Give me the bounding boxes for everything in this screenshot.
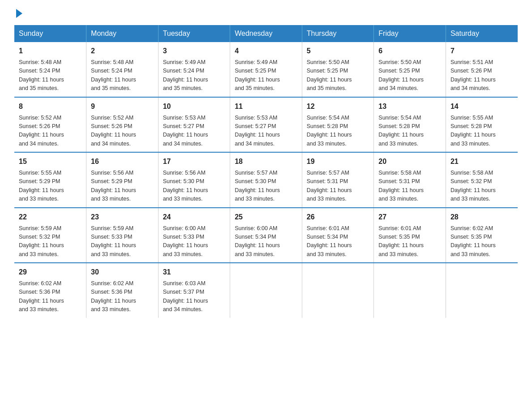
calendar-cell: 2 Sunrise: 5:48 AM Sunset: 5:24 PM Dayli… [86,42,159,97]
calendar-cell: 7 Sunrise: 5:51 AM Sunset: 5:26 PM Dayli… [446,42,518,97]
day-info: Sunrise: 5:53 AM Sunset: 5:27 PM Dayligh… [163,114,226,149]
calendar-cell: 17 Sunrise: 5:56 AM Sunset: 5:30 PM Dayl… [158,152,230,208]
day-info: Sunrise: 5:58 AM Sunset: 5:32 PM Dayligh… [450,169,513,204]
day-info: Sunrise: 6:03 AM Sunset: 5:37 PM Dayligh… [163,279,226,314]
day-number: 12 [307,101,369,112]
day-number: 15 [19,156,82,167]
day-number: 10 [163,101,226,112]
day-number: 25 [235,212,297,223]
day-number: 30 [91,267,154,278]
calendar-cell: 5 Sunrise: 5:50 AM Sunset: 5:25 PM Dayli… [302,42,374,97]
day-number: 16 [91,156,154,167]
weekday-header-tuesday: Tuesday [158,25,230,42]
calendar-cell [230,263,302,318]
calendar-cell: 13 Sunrise: 5:54 AM Sunset: 5:28 PM Dayl… [374,97,446,153]
day-info: Sunrise: 6:01 AM Sunset: 5:34 PM Dayligh… [307,224,369,259]
day-number: 22 [19,212,82,223]
day-info: Sunrise: 5:48 AM Sunset: 5:24 PM Dayligh… [91,58,154,93]
calendar-cell: 12 Sunrise: 5:54 AM Sunset: 5:28 PM Dayl… [302,97,374,153]
calendar-cell: 16 Sunrise: 5:56 AM Sunset: 5:29 PM Dayl… [86,152,159,208]
calendar-cell: 19 Sunrise: 5:57 AM Sunset: 5:31 PM Dayl… [302,152,374,208]
day-number: 31 [163,267,226,278]
day-info: Sunrise: 6:00 AM Sunset: 5:34 PM Dayligh… [235,224,297,259]
calendar-cell: 3 Sunrise: 5:49 AM Sunset: 5:24 PM Dayli… [158,42,230,97]
day-number: 26 [307,212,369,223]
calendar-cell: 6 Sunrise: 5:50 AM Sunset: 5:25 PM Dayli… [374,42,446,97]
calendar-cell [374,263,446,318]
week-row-3: 15 Sunrise: 5:55 AM Sunset: 5:29 PM Dayl… [14,152,518,208]
calendar-cell: 21 Sunrise: 5:58 AM Sunset: 5:32 PM Dayl… [446,152,518,208]
weekday-header-wednesday: Wednesday [230,25,302,42]
week-row-2: 8 Sunrise: 5:52 AM Sunset: 5:26 PM Dayli… [14,97,518,153]
day-number: 1 [19,46,82,56]
weekday-header-friday: Friday [374,25,446,42]
day-info: Sunrise: 5:55 AM Sunset: 5:28 PM Dayligh… [450,114,513,149]
day-info: Sunrise: 6:00 AM Sunset: 5:33 PM Dayligh… [163,224,226,259]
calendar-cell [446,263,518,318]
weekday-header-saturday: Saturday [446,25,518,42]
day-info: Sunrise: 5:52 AM Sunset: 5:26 PM Dayligh… [19,114,82,149]
weekday-header-monday: Monday [86,25,159,42]
day-number: 4 [235,46,297,56]
day-info: Sunrise: 5:53 AM Sunset: 5:27 PM Dayligh… [235,114,297,149]
day-number: 3 [163,46,226,56]
day-number: 8 [19,101,82,112]
calendar-cell: 23 Sunrise: 5:59 AM Sunset: 5:33 PM Dayl… [86,208,159,263]
day-number: 20 [378,156,441,167]
day-info: Sunrise: 5:59 AM Sunset: 5:33 PM Dayligh… [91,224,154,259]
day-number: 21 [450,156,513,167]
day-number: 27 [378,212,441,223]
day-info: Sunrise: 5:50 AM Sunset: 5:25 PM Dayligh… [307,58,369,93]
day-info: Sunrise: 6:02 AM Sunset: 5:36 PM Dayligh… [19,279,82,314]
calendar-cell: 22 Sunrise: 5:59 AM Sunset: 5:32 PM Dayl… [14,208,86,263]
day-number: 28 [450,212,513,223]
calendar-cell: 27 Sunrise: 6:01 AM Sunset: 5:35 PM Dayl… [374,208,446,263]
day-info: Sunrise: 6:02 AM Sunset: 5:36 PM Dayligh… [91,279,154,314]
day-info: Sunrise: 5:52 AM Sunset: 5:26 PM Dayligh… [91,114,154,149]
calendar-cell: 11 Sunrise: 5:53 AM Sunset: 5:27 PM Dayl… [230,97,302,153]
calendar-table: SundayMondayTuesdayWednesdayThursdayFrid… [14,25,518,318]
day-number: 9 [91,101,154,112]
calendar-cell: 31 Sunrise: 6:03 AM Sunset: 5:37 PM Dayl… [158,263,230,318]
calendar-cell: 28 Sunrise: 6:02 AM Sunset: 5:35 PM Dayl… [446,208,518,263]
calendar-cell: 10 Sunrise: 5:53 AM Sunset: 5:27 PM Dayl… [158,97,230,153]
day-info: Sunrise: 5:48 AM Sunset: 5:24 PM Dayligh… [19,58,82,93]
day-number: 2 [91,46,154,56]
day-number: 24 [163,212,226,223]
calendar-cell: 9 Sunrise: 5:52 AM Sunset: 5:26 PM Dayli… [86,97,159,153]
calendar-cell: 18 Sunrise: 5:57 AM Sunset: 5:30 PM Dayl… [230,152,302,208]
day-info: Sunrise: 5:49 AM Sunset: 5:25 PM Dayligh… [235,58,297,93]
day-info: Sunrise: 5:58 AM Sunset: 5:31 PM Dayligh… [378,169,441,204]
day-info: Sunrise: 5:50 AM Sunset: 5:25 PM Dayligh… [378,58,441,93]
day-info: Sunrise: 5:49 AM Sunset: 5:24 PM Dayligh… [163,58,226,93]
day-info: Sunrise: 6:01 AM Sunset: 5:35 PM Dayligh… [378,224,441,259]
day-info: Sunrise: 6:02 AM Sunset: 5:35 PM Dayligh… [450,224,513,259]
page-header [14,11,518,16]
logo [14,11,22,16]
day-info: Sunrise: 5:54 AM Sunset: 5:28 PM Dayligh… [378,114,441,149]
day-number: 23 [91,212,154,223]
calendar-cell: 8 Sunrise: 5:52 AM Sunset: 5:26 PM Dayli… [14,97,86,153]
calendar-cell: 26 Sunrise: 6:01 AM Sunset: 5:34 PM Dayl… [302,208,374,263]
calendar-cell: 4 Sunrise: 5:49 AM Sunset: 5:25 PM Dayli… [230,42,302,97]
calendar-body: 1 Sunrise: 5:48 AM Sunset: 5:24 PM Dayli… [14,42,518,318]
calendar-cell: 15 Sunrise: 5:55 AM Sunset: 5:29 PM Dayl… [14,152,86,208]
week-row-5: 29 Sunrise: 6:02 AM Sunset: 5:36 PM Dayl… [14,263,518,318]
calendar-cell: 25 Sunrise: 6:00 AM Sunset: 5:34 PM Dayl… [230,208,302,263]
day-number: 14 [450,101,513,112]
day-info: Sunrise: 5:57 AM Sunset: 5:30 PM Dayligh… [235,169,297,204]
week-row-1: 1 Sunrise: 5:48 AM Sunset: 5:24 PM Dayli… [14,42,518,97]
weekday-row: SundayMondayTuesdayWednesdayThursdayFrid… [14,25,518,42]
calendar-cell [302,263,374,318]
day-info: Sunrise: 5:59 AM Sunset: 5:32 PM Dayligh… [19,224,82,259]
calendar-header: SundayMondayTuesdayWednesdayThursdayFrid… [14,25,518,42]
day-number: 29 [19,267,82,278]
weekday-header-sunday: Sunday [14,25,86,42]
calendar-cell: 29 Sunrise: 6:02 AM Sunset: 5:36 PM Dayl… [14,263,86,318]
day-info: Sunrise: 5:55 AM Sunset: 5:29 PM Dayligh… [19,169,82,204]
calendar-cell: 24 Sunrise: 6:00 AM Sunset: 5:33 PM Dayl… [158,208,230,263]
calendar-cell: 30 Sunrise: 6:02 AM Sunset: 5:36 PM Dayl… [86,263,159,318]
weekday-header-thursday: Thursday [302,25,374,42]
day-number: 6 [378,46,441,56]
day-info: Sunrise: 5:57 AM Sunset: 5:31 PM Dayligh… [307,169,369,204]
